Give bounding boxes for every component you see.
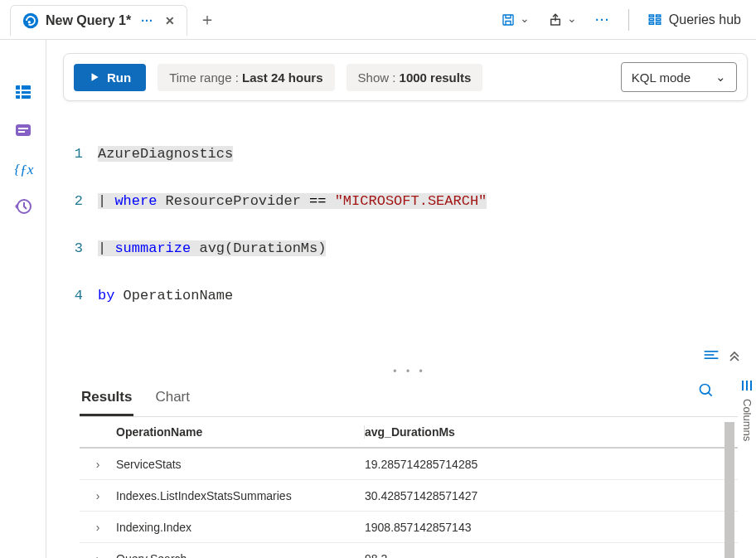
- column-header-duration[interactable]: avg_DurationMs: [365, 425, 738, 439]
- format-icon[interactable]: [703, 348, 720, 364]
- tables-icon[interactable]: [12, 81, 34, 103]
- code-editor[interactable]: 1AzureDiagnostics 2| where ResourceProvi…: [63, 111, 756, 345]
- scrollbar[interactable]: [724, 422, 734, 558]
- results-panel: Results Chart OperationName avg_Duration…: [80, 379, 738, 558]
- svg-rect-7: [656, 15, 660, 17]
- svg-rect-15: [18, 128, 28, 129]
- svg-rect-5: [649, 18, 653, 20]
- queries-icon[interactable]: [12, 119, 34, 141]
- svg-point-22: [700, 385, 710, 395]
- table-header: OperationName avg_DurationMs: [80, 417, 738, 449]
- svg-text:{ƒx}: {ƒx}: [14, 162, 34, 177]
- show-value: 1000 results: [400, 70, 472, 85]
- svg-rect-2: [503, 15, 513, 25]
- column-header-operation[interactable]: OperationName: [116, 425, 365, 439]
- add-tab-button[interactable]: ＋: [199, 8, 216, 31]
- cell-operation: Indexing.Index: [116, 521, 365, 534]
- chevron-down-icon: ⌄: [715, 70, 726, 85]
- query-toolbar: Run Time range : Last 24 hours Show : 10…: [63, 53, 748, 101]
- svg-rect-4: [649, 15, 653, 17]
- line-number: 4: [63, 288, 98, 303]
- tab-chart[interactable]: Chart: [153, 384, 191, 416]
- cell-operation: ServiceStats: [116, 458, 365, 471]
- split-handle[interactable]: • • •: [63, 364, 756, 379]
- more-actions-button[interactable]: ···: [595, 13, 610, 27]
- expand-row-icon[interactable]: ›: [80, 552, 116, 559]
- tab-title: New Query 1*: [46, 13, 131, 28]
- svg-rect-8: [656, 18, 660, 20]
- table-row[interactable]: ›Query.Search98.2: [80, 543, 738, 558]
- search-icon[interactable]: [698, 382, 715, 403]
- time-range-value: Last 24 hours: [242, 70, 323, 85]
- code-line: | where ResourceProvider == "MICROSOFT.S…: [98, 193, 756, 209]
- svg-rect-16: [18, 131, 25, 133]
- show-limit-picker[interactable]: Show : 1000 results: [346, 64, 483, 91]
- svg-line-23: [709, 393, 712, 396]
- line-number: 2: [63, 193, 98, 209]
- svg-point-1: [28, 21, 31, 23]
- columns-label: Columns: [741, 399, 754, 441]
- tab-bar: New Query 1* ··· ✕ ＋ ··· Queries hub: [0, 0, 756, 40]
- queries-hub-label: Queries hub: [669, 12, 741, 27]
- cell-duration: 30.428571428571427: [365, 489, 738, 502]
- time-range-picker[interactable]: Time range : Last 24 hours: [158, 64, 334, 91]
- queries-hub-button[interactable]: Queries hub: [647, 12, 741, 27]
- tab-more-icon[interactable]: ···: [141, 14, 153, 27]
- show-label: Show :: [358, 70, 396, 85]
- share-button[interactable]: [548, 12, 577, 27]
- code-line: | summarize avg(DurationMs): [98, 240, 756, 256]
- table-row[interactable]: ›Indexes.ListIndexStatsSummaries30.42857…: [80, 480, 738, 512]
- run-label: Run: [107, 70, 131, 85]
- mode-value: KQL mode: [632, 70, 691, 85]
- expand-row-icon[interactable]: ›: [80, 521, 116, 534]
- line-number: 1: [63, 146, 98, 162]
- table-row[interactable]: ›ServiceStats19.285714285714285: [80, 449, 738, 480]
- table-row[interactable]: ›Indexing.Index1908.857142857143: [80, 512, 738, 543]
- expand-row-icon[interactable]: ›: [80, 458, 116, 471]
- columns-toggle[interactable]: Columns: [738, 379, 756, 558]
- cell-duration: 19.285714285714285: [365, 458, 738, 471]
- expand-row-icon[interactable]: ›: [80, 489, 116, 502]
- svg-rect-10: [16, 85, 31, 99]
- mode-select[interactable]: KQL mode ⌄: [621, 62, 737, 92]
- svg-rect-14: [16, 124, 31, 136]
- collapse-up-icon[interactable]: [728, 348, 741, 364]
- query-tab[interactable]: New Query 1* ··· ✕: [10, 5, 187, 36]
- svg-point-0: [23, 13, 38, 28]
- cell-duration: 1908.857142857143: [365, 521, 738, 534]
- code-line: by OperationName: [98, 288, 756, 303]
- tab-results[interactable]: Results: [80, 384, 133, 416]
- top-actions: ··· Queries hub: [501, 9, 746, 31]
- svg-rect-6: [649, 22, 653, 24]
- code-line: AzureDiagnostics: [98, 146, 756, 162]
- history-icon[interactable]: [12, 196, 34, 217]
- functions-icon[interactable]: {ƒx}: [12, 158, 34, 179]
- save-button[interactable]: [501, 12, 530, 27]
- divider: [628, 9, 629, 31]
- time-range-label: Time range :: [169, 70, 239, 85]
- left-rail: {ƒx}: [0, 40, 46, 558]
- cell-duration: 98.2: [365, 552, 738, 559]
- svg-rect-9: [656, 22, 660, 24]
- line-number: 3: [63, 240, 98, 256]
- cell-operation: Indexes.ListIndexStatsSummaries: [116, 489, 365, 502]
- cell-operation: Query.Search: [116, 552, 365, 559]
- log-analytics-icon: [22, 12, 39, 29]
- run-button[interactable]: Run: [74, 64, 146, 91]
- results-table: OperationName avg_DurationMs ›ServiceSta…: [80, 417, 738, 558]
- close-icon[interactable]: ✕: [165, 14, 175, 27]
